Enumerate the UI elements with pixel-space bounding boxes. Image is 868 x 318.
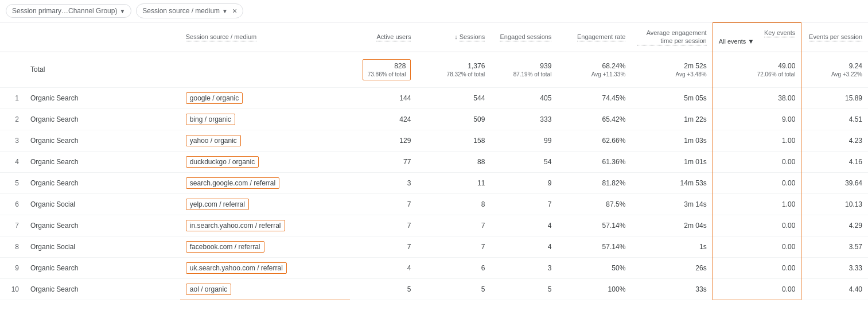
dimension2-cell: google / organic	[180, 87, 351, 108]
dimension2-value: duckduckgo / organic	[186, 156, 259, 168]
dimension2-cell: facebook.com / referral	[180, 236, 351, 257]
row-number: 3	[0, 130, 25, 151]
row-number: 6	[0, 193, 25, 215]
sessions-label: Sessions	[460, 33, 485, 41]
engagement-rate-cell: 87.5%	[557, 193, 631, 215]
key-events-header: Key events All events ▼	[713, 23, 801, 52]
active-users-highlight-box: 828 73.86% of total	[363, 59, 411, 80]
events-per-session-cell: 10.13	[801, 193, 868, 215]
dimension1-cell: Organic Search	[25, 257, 180, 278]
total-events-per-session-value: 9.24	[849, 62, 862, 70]
active-users-cell: 424	[350, 108, 417, 130]
filter-chip-channel-group[interactable]: Session primary…Channel Group) ▼	[6, 4, 131, 18]
avg-engagement-cell: 5m 05s	[631, 87, 713, 108]
avg-engagement-cell: 26s	[631, 257, 713, 278]
active-users-cell: 3	[350, 172, 417, 193]
dim2-header: Session source / medium	[180, 23, 351, 52]
events-per-session-cell: 4.29	[801, 215, 868, 236]
table-row: 1 Organic Search google / organic 144 54…	[0, 87, 868, 108]
table-row: 10 Organic Search aol / organic 5 5 5 10…	[0, 278, 868, 300]
avg-engagement-cell: 33s	[631, 278, 713, 300]
row-number: 7	[0, 215, 25, 236]
total-engaged-sessions: 939 87.19% of total	[491, 52, 557, 87]
engaged-sessions-label: Engaged sessions	[500, 33, 551, 41]
total-active-users-value: 828	[394, 62, 406, 70]
engaged-sessions-cell: 7	[491, 193, 557, 215]
total-engagement-rate: 68.24% Avg +11.33%	[557, 52, 631, 87]
engaged-sessions-cell: 4	[491, 236, 557, 257]
engagement-rate-cell: 65.42%	[557, 108, 631, 130]
total-dim2	[180, 52, 351, 87]
events-per-session-cell: 3.57	[801, 236, 868, 257]
table-row: 6 Organic Social yelp.com / referral 7 8…	[0, 193, 868, 215]
engagement-rate-cell: 81.82%	[557, 172, 631, 193]
active-users-cell: 7	[350, 215, 417, 236]
sessions-cell: 158	[417, 130, 491, 151]
all-events-dropdown[interactable]: All events ▼	[719, 37, 796, 45]
sessions-cell: 88	[417, 151, 491, 172]
sessions-cell: 5	[417, 278, 491, 300]
events-per-session-cell: 4.51	[801, 108, 868, 130]
events-per-session-cell: 3.33	[801, 257, 868, 278]
row-number: 4	[0, 151, 25, 172]
events-per-session-cell: 39.64	[801, 172, 868, 193]
table-row: 7 Organic Search in.search.yahoo.com / r…	[0, 215, 868, 236]
key-events-cell: 0.00	[713, 236, 801, 257]
total-engaged-value: 939	[540, 62, 551, 70]
key-events-cell: 1.00	[713, 130, 801, 151]
engaged-sessions-cell: 5	[491, 278, 557, 300]
key-events-cell: 9.00	[713, 108, 801, 130]
total-active-users-subtext: 73.86% of total	[368, 71, 406, 77]
total-sessions-value: 1,376	[468, 62, 485, 70]
sessions-header: ↓Sessions	[417, 23, 491, 52]
dimension1-cell: Organic Search	[25, 130, 180, 151]
dimension2-value: google / organic	[186, 92, 243, 104]
total-engaged-subtext: 87.19% of total	[496, 71, 551, 77]
key-events-cell: 0.00	[713, 151, 801, 172]
row-number: 1	[0, 87, 25, 108]
total-key-events-value: 49.00	[778, 62, 795, 70]
sessions-cell: 509	[417, 108, 491, 130]
engaged-sessions-cell: 99	[491, 130, 557, 151]
filter-chip-source-medium-close[interactable]: ×	[232, 6, 237, 15]
key-events-cell: 1.00	[713, 193, 801, 215]
total-active-users: 828 73.86% of total	[350, 52, 417, 87]
dimension1-cell: Organic Search	[25, 151, 180, 172]
avg-engagement-cell: 2m 04s	[631, 215, 713, 236]
key-events-cell: 0.00	[713, 215, 801, 236]
engaged-sessions-cell: 54	[491, 151, 557, 172]
sessions-cell: 11	[417, 172, 491, 193]
table-row: 2 Organic Search bing / organic 424 509 …	[0, 108, 868, 130]
engagement-rate-cell: 50%	[557, 257, 631, 278]
dimension2-cell: in.search.yahoo.com / referral	[180, 215, 351, 236]
dimension1-cell: Organic Social	[25, 236, 180, 257]
dimension2-cell: yelp.com / referral	[180, 193, 351, 215]
total-row: Total 828 73.86% of total 1,376 78.32% o…	[0, 52, 868, 87]
table-row: 4 Organic Search duckduckgo / organic 77…	[0, 151, 868, 172]
total-events-per-session-subtext: Avg +3.22%	[807, 71, 862, 77]
row-num-header	[0, 23, 25, 52]
active-users-cell: 129	[350, 130, 417, 151]
total-avg-engagement-subtext: Avg +3.48%	[637, 71, 706, 77]
row-number: 9	[0, 257, 25, 278]
total-engagement-rate-subtext: Avg +11.33%	[563, 71, 625, 77]
engaged-sessions-header: Engaged sessions	[491, 23, 557, 52]
dimension2-cell: search.google.com / referral	[180, 172, 351, 193]
dimension1-cell: Organic Search	[25, 215, 180, 236]
total-engagement-rate-value: 68.24%	[602, 62, 626, 70]
filter-chip-source-medium-label: Session source / medium	[142, 7, 220, 15]
key-events-cell: 0.00	[713, 172, 801, 193]
active-users-header: Active users	[350, 23, 417, 52]
dimension1-cell: Organic Search	[25, 172, 180, 193]
dimension1-cell: Organic Social	[25, 193, 180, 215]
active-users-cell: 4	[350, 257, 417, 278]
filter-chip-source-medium[interactable]: Session source / medium ▼ ×	[136, 3, 243, 18]
dim2-header-label: Session source / medium	[186, 33, 257, 41]
row-number: 10	[0, 278, 25, 300]
total-key-events-subtext: 72.06% of total	[719, 71, 796, 77]
dimension2-value: facebook.com / referral	[186, 241, 264, 253]
table-row: 5 Organic Search search.google.com / ref…	[0, 172, 868, 193]
total-avg-engagement: 2m 52s Avg +3.48%	[631, 52, 713, 87]
engagement-rate-cell: 57.14%	[557, 215, 631, 236]
dimension2-value: yahoo / organic	[186, 135, 241, 146]
